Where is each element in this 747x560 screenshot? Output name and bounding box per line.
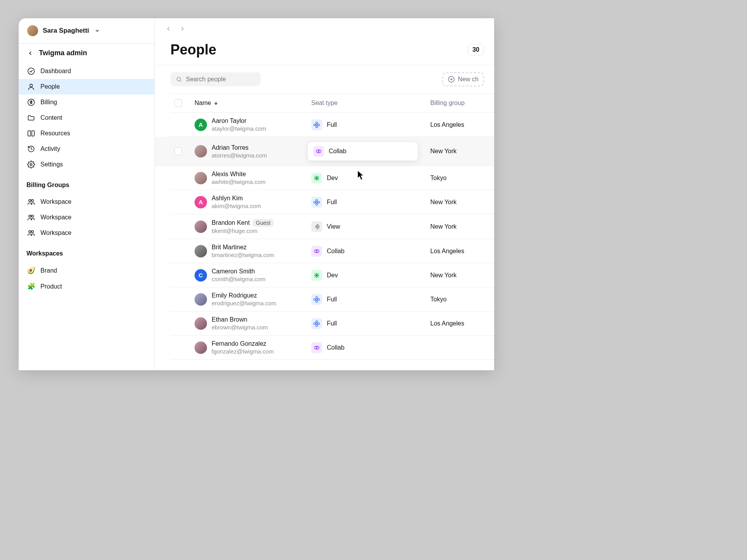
svg-point-34 [316,250,319,253]
seat-label: Collab [327,344,344,351]
person-avatar [195,220,207,233]
book-icon [27,130,35,137]
person-email: awhite@twigma.com [212,178,266,185]
new-button[interactable]: New ch [442,72,484,86]
billing-cell[interactable]: Los Angeles [428,248,494,255]
sidebar-item-content[interactable]: Content [19,110,154,126]
person-cell: Fernando Gonzalezfgonzalez@twigma.com [195,340,311,355]
person-email: akim@twigma.com [212,203,261,209]
row-checkbox-placeholder [174,198,182,206]
svg-point-42 [314,298,316,300]
person-name: Brandon KentGuest [212,219,274,227]
nav-back-icon[interactable] [165,25,172,32]
sidebar-item-activity[interactable]: Activity [19,141,154,157]
seat-full-icon [311,119,322,130]
account-switcher[interactable]: Sara Spaghetti [19,18,154,44]
sidebar-item-resources[interactable]: Resources [19,126,154,141]
billing-cell[interactable]: New York [428,272,494,279]
table-row[interactable]: Brit Martinezbmartinez@twigma.comCollabL… [170,239,494,263]
sidebar-item-label: Product [40,283,62,290]
billing-group-item[interactable]: Workspace [19,225,154,241]
sidebar-item-settings[interactable]: Settings [19,157,154,172]
person-cell: Emily Rodriguezerodriguez@twigma.com [195,292,311,306]
workspace-item-product[interactable]: 🧩Product [19,278,154,294]
svg-point-48 [318,322,320,324]
sidebar-item-label: Workspace [40,198,72,205]
column-billing[interactable]: Billing group [428,100,494,107]
history-icon [27,145,35,153]
row-checkbox-placeholder [174,121,182,129]
seat-cell[interactable]: Collab [311,246,428,257]
table-row[interactable]: Emily Rodriguezerodriguez@twigma.comFull… [170,287,494,312]
search-input-wrapper[interactable] [170,72,261,86]
seat-cell[interactable]: Full [311,318,428,329]
svg-point-16 [316,124,318,126]
svg-point-50 [316,346,319,349]
seat-cell[interactable]: Dev [311,173,428,184]
seat-cell[interactable]: Full [311,294,428,305]
svg-point-0 [28,68,35,75]
svg-point-5 [32,200,33,201]
sidebar-item-dashboard[interactable]: Dashboard [19,63,154,79]
seat-cell[interactable]: Full [311,119,428,130]
billing-cell[interactable]: Los Angeles [428,121,494,128]
row-checkbox-placeholder [174,320,182,327]
table-row[interactable]: Brandon KentGuestbkent@huge.comViewNew Y… [170,214,494,239]
table-row[interactable]: Fernando Gonzalezfgonzalez@twigma.comCol… [170,336,494,360]
table-row[interactable]: AAaron Taylorataylor@twigma.comFullLos A… [170,113,494,137]
row-checkbox[interactable] [174,147,182,155]
person-avatar: A [195,196,207,208]
billing-cell[interactable]: Tokyo [428,175,494,182]
sidebar-item-label: Content [40,114,62,121]
seat-cell[interactable]: View [311,221,428,232]
check-circle-icon [27,67,35,75]
svg-point-10 [177,77,181,81]
seat-label: Full [327,296,337,303]
person-name: Ashlyn Kim [212,195,261,202]
user-name: Sara Spaghetti [43,27,89,35]
billing-cell[interactable]: Los Angeles [428,320,494,327]
seat-label: View [327,223,340,230]
seat-label: Full [327,320,337,327]
billing-group-item[interactable]: Workspace [19,194,154,210]
seat-dev-icon [311,173,322,184]
seat-full-icon [311,197,322,208]
sidebar-item-billing[interactable]: Billing [19,94,154,110]
table-row[interactable]: Adrian Torresatorres@twigma.comCollabNew… [155,137,494,166]
seat-cell[interactable]: Full [311,197,428,208]
column-name[interactable]: Name [195,100,311,107]
table-row[interactable]: CCameron Smithcsmith@twigma.comDevNew Yo… [170,263,494,287]
back-to-admin[interactable]: Twigma admin [19,44,154,60]
billing-cell[interactable]: New York [428,223,494,230]
seat-full-icon [311,294,322,305]
select-all-checkbox[interactable] [174,99,182,107]
column-seat[interactable]: Seat type [311,100,428,107]
table-row[interactable]: Alexis Whiteawhite@twigma.comDevTokyo [170,166,494,190]
sidebar-item-label: Workspace [40,229,72,236]
workspace-emoji: 🧩 [27,282,35,290]
svg-line-11 [180,80,181,82]
seat-cell[interactable]: Collab [307,142,418,161]
person-cell: AAshlyn Kimakim@twigma.com [195,195,311,209]
sidebar: Sara Spaghetti Twigma admin DashboardPeo… [19,18,155,370]
svg-point-46 [316,325,318,327]
person-cell: CCameron Smithcsmith@twigma.com [195,268,311,282]
sidebar-item-people[interactable]: People [19,79,154,94]
svg-point-28 [316,199,318,201]
billing-cell[interactable]: Tokyo [428,296,494,303]
search-input[interactable] [186,76,255,83]
workspace-item-brand[interactable]: 🥑Brand [19,262,154,278]
seat-collab-icon [313,146,324,157]
nav-primary: DashboardPeopleBillingContentResourcesAc… [19,60,154,175]
table-row[interactable]: Ethan Brownebrown@twigma.comFullLos Ange… [170,312,494,336]
nav-forward-icon[interactable] [179,25,186,32]
table-row[interactable]: AAshlyn Kimakim@twigma.comFullNew York [170,190,494,214]
seat-cell[interactable]: Collab [311,342,428,353]
svg-point-7 [32,215,33,217]
billing-group-item[interactable]: Workspace [19,210,154,225]
person-avatar [195,172,207,184]
person-cell: Ethan Brownebrown@twigma.com [195,316,311,331]
billing-cell[interactable]: New York [428,199,494,206]
seat-cell[interactable]: Dev [311,270,428,281]
billing-cell[interactable]: New York [428,148,494,155]
